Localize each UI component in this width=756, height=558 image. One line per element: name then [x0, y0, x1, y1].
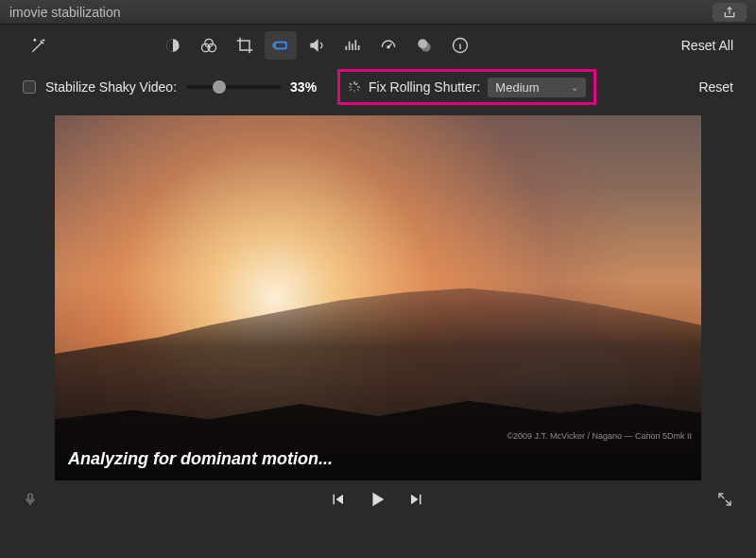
magic-wand-icon[interactable]	[23, 31, 55, 60]
bottom-bar	[0, 480, 756, 518]
window-title: imovie stabilization	[9, 5, 713, 20]
svg-rect-14	[349, 86, 352, 87]
volume-icon[interactable]	[301, 31, 333, 60]
stabilize-label: Stabilize Shaky Video:	[45, 79, 177, 95]
play-button[interactable]	[367, 489, 387, 510]
rolling-shutter-label: Fix Rolling Shutter:	[369, 79, 480, 95]
svg-rect-6	[276, 44, 285, 48]
svg-rect-16	[350, 82, 352, 85]
svg-rect-18	[355, 82, 358, 85]
stabilize-checkbox[interactable]	[23, 80, 36, 94]
dropdown-value: Medium	[495, 80, 539, 95]
slider-thumb[interactable]	[213, 80, 226, 94]
chevron-down-icon: ⌄	[571, 82, 578, 93]
stabilize-percent: 33%	[290, 79, 328, 95]
svg-rect-15	[357, 86, 360, 87]
crop-icon[interactable]	[229, 31, 261, 60]
transport-controls	[38, 489, 716, 510]
color-filter-icon[interactable]	[408, 31, 440, 60]
reset-button[interactable]: Reset	[698, 79, 733, 95]
spinner-icon	[348, 80, 361, 94]
reset-all-button[interactable]: Reset All	[681, 38, 733, 53]
color-balance-icon[interactable]	[157, 31, 189, 60]
next-button[interactable]	[408, 491, 425, 508]
titlebar: imovie stabilization	[0, 0, 756, 25]
fullscreen-button[interactable]	[716, 491, 733, 508]
svg-rect-7	[273, 44, 275, 48]
stabilization-icon[interactable]	[265, 31, 297, 60]
svg-point-10	[421, 43, 431, 52]
voiceover-button[interactable]	[23, 490, 38, 509]
info-icon[interactable]	[444, 31, 476, 60]
svg-point-0	[34, 39, 36, 41]
share-icon	[723, 6, 736, 19]
stabilization-controls: Stabilize Shaky Video: 33% Fix Rolling S…	[0, 66, 756, 108]
analyzing-overlay: Analyzing for dominant motion...	[68, 449, 333, 469]
video-viewer[interactable]: ©2009 J.T. McVicker / Nagano — Canon 5Dm…	[55, 115, 701, 480]
prev-button[interactable]	[329, 491, 346, 508]
svg-rect-19	[350, 89, 352, 92]
svg-rect-22	[28, 494, 32, 500]
rolling-shutter-highlight: Fix Rolling Shutter: Medium ⌄	[337, 69, 596, 105]
svg-rect-12	[353, 81, 354, 84]
noise-reduction-icon[interactable]	[336, 31, 369, 60]
svg-point-8	[387, 46, 389, 48]
svg-rect-13	[353, 90, 354, 93]
color-correction-icon[interactable]	[193, 31, 225, 60]
inspector-toolbar: Reset All	[0, 25, 756, 66]
preview-credit: ©2009 J.T. McVicker / Nagano — Canon 5Dm…	[507, 431, 692, 441]
svg-rect-17	[357, 89, 360, 92]
share-button[interactable]	[713, 3, 747, 22]
stabilize-slider[interactable]	[186, 85, 281, 89]
speed-icon[interactable]	[372, 31, 404, 60]
rolling-shutter-dropdown[interactable]: Medium ⌄	[488, 78, 586, 97]
